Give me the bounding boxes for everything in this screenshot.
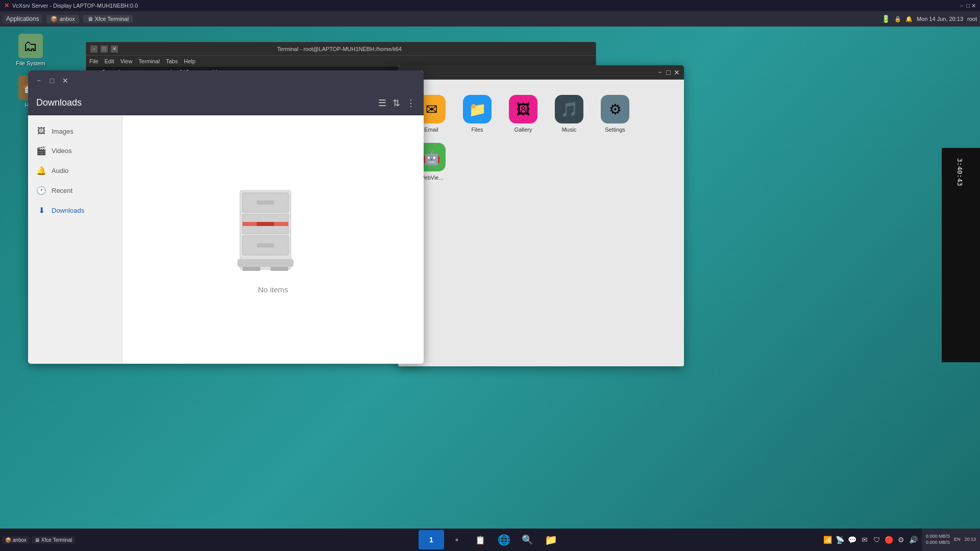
- desktop-icon-filesystem[interactable]: 🗂 File System: [10, 34, 51, 66]
- filesystem-label: File System: [16, 60, 45, 66]
- files-body: 🖼 Images 🎬 Videos 🔔 Audio 🕐 Recent ⬇: [28, 115, 424, 364]
- terminal-title: Terminal - root@LAPTOP-MUH1NEBH:/home/ii…: [118, 46, 561, 52]
- files-close[interactable]: ✕: [61, 76, 70, 85]
- files-window-title: Downloads: [36, 97, 82, 108]
- taskbar-left: 📦 anbox 🖥 Xfce Terminal: [0, 536, 75, 544]
- app-files[interactable]: 📁 Files: [459, 95, 495, 133]
- taskbar-right: 📶 📡 💬 ✉ 🛡 🔴 ⚙ 🔊 0.000 MB/S 0.000 MB/S EN…: [820, 529, 980, 551]
- taskbar-search-icon[interactable]: 🔍: [517, 530, 538, 549]
- images-icon: 🖼: [36, 127, 46, 136]
- menu-file[interactable]: File: [89, 58, 99, 64]
- android-minimize[interactable]: －: [656, 68, 664, 77]
- downloads-icon: ⬇: [36, 206, 46, 215]
- taskbar-sysinfo: 0.000 MB/S 0.000 MB/S EN 20:13: [922, 529, 980, 551]
- title-bar-controls[interactable]: － □ ✕: [959, 3, 976, 9]
- email-app-label: Email: [424, 127, 438, 133]
- menu-edit[interactable]: Edit: [105, 58, 114, 64]
- lock-icon: 🔒: [894, 16, 901, 22]
- taskbar-app-anbox[interactable]: 📦 anbox: [2, 536, 30, 544]
- x-server-icon: ✕: [4, 2, 9, 9]
- taskbar-tasks-icon[interactable]: 📋: [470, 530, 491, 549]
- tray-wechat-icon: 💬: [847, 536, 857, 544]
- sidebar-audio-label: Audio: [52, 167, 68, 174]
- terminal-titlebar: － □ ✕ Terminal - root@LAPTOP-MUH1NEBH:/h…: [86, 42, 596, 56]
- settings-app-icon: ⚙: [601, 95, 629, 123]
- anbox-label: anbox: [60, 16, 75, 22]
- upload-speed: 0.000 MB/S: [926, 534, 950, 540]
- applications-label: Applications: [6, 15, 39, 22]
- task-terminal[interactable]: 🖥 Xfce Terminal: [83, 15, 133, 23]
- app-music[interactable]: 🎵 Music: [551, 95, 587, 133]
- lang-display: EN: [954, 537, 961, 543]
- anbox-icon: 📦: [51, 16, 58, 22]
- datetime-display: Mon 14 Jun, 20:13: [917, 16, 963, 22]
- sort-button[interactable]: ⇅: [393, 97, 400, 109]
- sidebar-item-downloads[interactable]: ⬇ Downloads: [28, 201, 122, 220]
- terminal-maximize[interactable]: □: [101, 45, 108, 53]
- android-close[interactable]: ✕: [674, 68, 680, 77]
- sidebar-downloads-label: Downloads: [52, 207, 84, 214]
- sidebar-item-audio[interactable]: 🔔 Audio: [28, 161, 122, 181]
- terminal-minimize[interactable]: －: [90, 45, 97, 53]
- files-header-actions: ☰ ⇅ ⋮: [378, 97, 415, 109]
- taskbar-center: 1 ▪ 📋 🌐 🔍 📁: [419, 530, 561, 549]
- android-maximize[interactable]: □: [667, 68, 671, 77]
- desktop: ✕ VcXsrv Server - Display LAPTOP-MUH1NEB…: [0, 0, 980, 551]
- more-options-button[interactable]: ⋮: [406, 97, 415, 109]
- terminal-controls: － □ ✕: [90, 45, 118, 53]
- videos-icon: 🎬: [36, 146, 46, 156]
- tray-shield-icon: 🛡: [872, 536, 882, 544]
- sidebar-item-images[interactable]: 🖼 Images: [28, 121, 122, 141]
- android-window: － □ ✕ ✉ Email 📁 Files 🖼 Gallery: [398, 65, 684, 366]
- system-tray: 📶 📡 💬 ✉ 🛡 🔴 ⚙ 🔊: [820, 529, 922, 551]
- taskbar-terminal-icon[interactable]: ▪: [446, 530, 468, 549]
- terminal-icon: 🖥: [87, 16, 93, 22]
- cabinet-svg: [232, 185, 299, 272]
- android-app-grid: ✉ Email 📁 Files 🖼 Gallery 🎵 Music ⚙: [398, 80, 684, 196]
- top-panel-right: 🔋 🔒 🔔 Mon 14 Jun, 20:13 root: [881, 15, 977, 23]
- tray-app1-icon: 🔴: [884, 536, 894, 544]
- tray-vol-icon: 🔊: [909, 536, 919, 544]
- files-maximize[interactable]: □: [47, 76, 57, 85]
- android-controls: － □ ✕: [656, 68, 680, 77]
- taskbar-workspace[interactable]: 1: [419, 530, 444, 549]
- menu-help[interactable]: Help: [184, 58, 195, 64]
- android-titlebar: － □ ✕: [398, 65, 684, 80]
- clock-window: 3:40:43: [942, 148, 980, 362]
- gallery-app-icon: 🖼: [509, 95, 537, 123]
- sidebar-images-label: Images: [52, 128, 74, 135]
- terminal-close[interactable]: ✕: [111, 45, 118, 53]
- files-titlebar: － □ ✕: [28, 70, 424, 91]
- menu-tabs[interactable]: Tabs: [166, 58, 178, 64]
- title-bar-text: VcXsrv Server - Display LAPTOP-MUH1NEBH:…: [12, 3, 138, 9]
- files-app-label: Files: [471, 127, 483, 133]
- user-label: root: [967, 16, 977, 22]
- tray-network-icon: 📶: [823, 536, 833, 544]
- files-window: － □ ✕ Downloads ☰ ⇅ ⋮ 🖼 Images 🎬 Vide: [28, 70, 424, 364]
- tray-app2-icon: ⚙: [896, 536, 906, 544]
- files-app-icon: 📁: [463, 95, 492, 123]
- taskbar-files-icon[interactable]: 📁: [540, 530, 561, 549]
- files-window-controls: － □ ✕: [34, 76, 70, 85]
- app-settings[interactable]: ⚙ Settings: [597, 95, 633, 133]
- terminal-label: Xfce Terminal: [95, 16, 129, 22]
- title-bar-right: － □ ✕: [959, 2, 976, 10]
- task-anbox[interactable]: 📦 anbox: [46, 15, 79, 23]
- top-panel-left: Applications 📦 anbox 🖥 Xfce Terminal: [3, 14, 133, 23]
- recent-icon: 🕐: [36, 186, 46, 195]
- gallery-app-label: Gallery: [514, 127, 532, 133]
- list-view-button[interactable]: ☰: [378, 97, 386, 109]
- svg-rect-7: [257, 243, 274, 247]
- taskbar-app-terminal[interactable]: 🖥 Xfce Terminal: [32, 536, 75, 544]
- menu-terminal[interactable]: Terminal: [138, 58, 160, 64]
- time-display: 20:13: [964, 537, 976, 543]
- top-panel: Applications 📦 anbox 🖥 Xfce Terminal 🔋 🔒…: [0, 11, 980, 27]
- menu-view[interactable]: View: [120, 58, 133, 64]
- files-header: Downloads ☰ ⇅ ⋮: [28, 91, 424, 115]
- files-minimize[interactable]: －: [34, 76, 43, 85]
- taskbar-browser-icon[interactable]: 🌐: [493, 530, 514, 549]
- sidebar-item-recent[interactable]: 🕐 Recent: [28, 181, 122, 201]
- sidebar-item-videos[interactable]: 🎬 Videos: [28, 141, 122, 161]
- applications-menu[interactable]: Applications: [3, 14, 42, 23]
- app-gallery[interactable]: 🖼 Gallery: [505, 95, 541, 133]
